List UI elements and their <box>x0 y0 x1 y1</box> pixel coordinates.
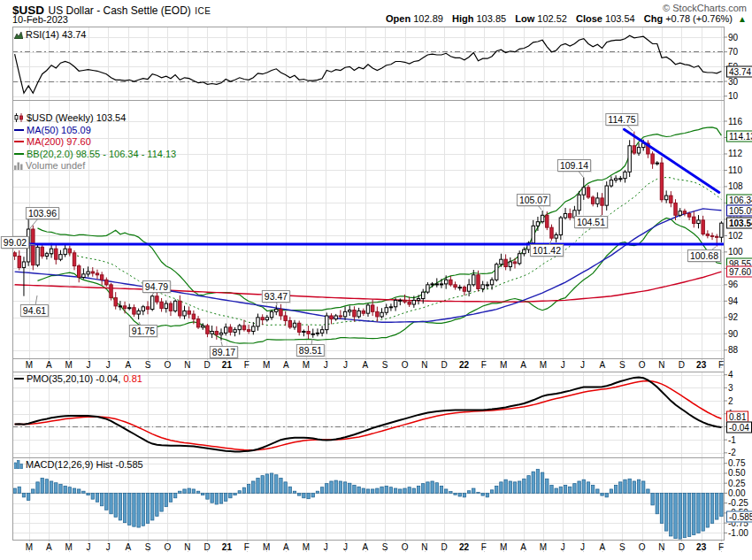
y-axis-tick-label: 0.75 <box>728 458 746 468</box>
x-axis-label: N <box>421 542 427 552</box>
x-axis-label: M <box>500 542 507 552</box>
x-axis-label: F <box>244 360 249 370</box>
x-axis-label: A <box>46 360 52 370</box>
axis-value-box: -0.04 <box>726 422 752 433</box>
x-axis-label: S <box>619 542 625 552</box>
pmo-line-icon <box>14 378 24 380</box>
y-axis-tick-label: 90 <box>728 329 739 339</box>
price-legend: $USD (Weekly) 103.54 MA(50) 105.09 MA(20… <box>14 112 176 173</box>
rsi-area-icon <box>14 30 23 42</box>
rsi-legend-label: RSI(14) 43.74 <box>26 29 86 40</box>
x-axis-label: J <box>580 542 585 552</box>
volume-bars-icon <box>14 161 23 173</box>
pmo-legend-label: PMO(35,20,10) -0.04, <box>27 373 120 384</box>
x-axis-label: D <box>203 542 210 552</box>
axis-value-box: -0.585 <box>726 510 752 522</box>
x-axis-label: J <box>343 542 348 552</box>
x-axis-label: A <box>125 542 131 552</box>
y-axis-tick-label: 2 <box>728 396 733 406</box>
y-axis-tick-label: 30 <box>728 77 739 87</box>
y-axis-tick-label: 96 <box>728 280 739 289</box>
x-axis-label: O <box>402 360 409 370</box>
x-axis-label: J <box>106 542 111 552</box>
price-annotation: 100.68 <box>687 249 721 262</box>
y-axis-tick-label: 0.25 <box>728 479 746 488</box>
x-axis-label: M <box>65 542 73 552</box>
price-annotation: 93.47 <box>262 290 290 303</box>
x-axis-label: O <box>639 542 646 552</box>
volume-legend-line: Volume undef <box>14 160 176 173</box>
x-axis-label: S <box>619 360 625 370</box>
x-axis-label: M <box>263 542 270 552</box>
x-axis-label: M <box>263 360 270 370</box>
price-annotation: 99.02 <box>1 236 29 249</box>
price-annotation: 89.51 <box>296 344 325 357</box>
x-axis-label: F <box>718 360 724 370</box>
x-axis-label: A <box>46 542 52 552</box>
x-axis-label: A <box>600 542 606 552</box>
y-axis-tick-label: 10 <box>728 91 739 101</box>
x-axis-label: J <box>580 360 585 370</box>
x-axis-label: 22 <box>459 360 470 370</box>
x-axis-label: A <box>362 542 368 552</box>
y-axis-tick-label: 92 <box>728 312 739 322</box>
x-axis-label: A <box>600 360 606 370</box>
x-axis-label: D <box>441 542 448 552</box>
x-axis-label: S <box>382 360 388 370</box>
x-axis-label: M <box>26 542 33 552</box>
y-axis-tick-label: 4 <box>728 370 733 380</box>
x-axis-label: M <box>303 542 310 552</box>
y-axis-tick-label: -2 <box>728 448 736 457</box>
rsi-line <box>15 35 722 93</box>
axis-value-box: 103.54 <box>726 218 752 229</box>
bb-middle-band <box>38 178 722 326</box>
x-axis-label: 23 <box>696 360 707 370</box>
price-annotation: 89.17 <box>210 346 238 358</box>
pmo-legend: PMO(35,20,10) -0.04, 0.81 <box>14 373 142 385</box>
x-axis-label: D <box>679 542 685 552</box>
y-axis-tick-label: 0.50 <box>728 468 746 478</box>
x-axis-label: A <box>520 360 526 370</box>
y-axis-tick-label: -0.25 <box>728 498 748 508</box>
pmo-signal-value: 0.81 <box>123 373 142 384</box>
x-axis-label: O <box>165 360 172 370</box>
macd-legend-label: MACD(12,26,9) Hist -0.585 <box>26 459 143 470</box>
gridlines <box>12 27 724 552</box>
x-axis-label: M <box>540 542 547 552</box>
x-axis-label: J <box>324 542 328 552</box>
x-axis-label: M <box>500 360 507 370</box>
chart-canvas: 9070503010116114112110108106104102100989… <box>0 0 752 560</box>
price-annotation: 101.42 <box>530 244 564 257</box>
x-axis-label: M <box>540 360 547 370</box>
x-axis-label: 23 <box>696 542 707 552</box>
y-axis-tick-label: -1.00 <box>728 528 748 538</box>
price-annotation: 94.61 <box>20 304 49 317</box>
x-axis-label: J <box>87 360 91 370</box>
y-axis-tick-label: 108 <box>728 181 743 191</box>
x-axis-label: F <box>481 542 487 552</box>
stockcharts-chart-page: $USD US Dollar - Cash Settle (EOD) ICE 1… <box>0 0 752 560</box>
y-axis-tick-label: 112 <box>728 149 742 158</box>
y-axis-tick-label: 0.00 <box>728 488 746 498</box>
axis-value-box: 114.13 <box>726 131 752 142</box>
y-axis-tick-label: 102 <box>728 231 743 241</box>
ma50-legend-line: MA(50) 105.09 <box>14 125 176 136</box>
x-axis-label: A <box>283 360 289 370</box>
ma200-legend-line: MA(200) 97.60 <box>14 136 176 148</box>
price-annotation: 114.75 <box>605 113 638 126</box>
x-axis-label: O <box>402 542 409 552</box>
x-axis-label: S <box>145 542 151 552</box>
x-axis-label: 21 <box>222 360 233 370</box>
x-axis-label: J <box>87 542 91 552</box>
x-axis-label: A <box>362 360 368 370</box>
candlestick-icon <box>14 113 24 125</box>
y-axis-tick-label: 116 <box>728 117 742 127</box>
bb-legend-line: BB(20,2.0) 98.55 - 106.34 - 114.13 <box>14 149 176 160</box>
x-axis-label: N <box>658 542 664 552</box>
x-axis-label: J <box>324 360 328 370</box>
price-annotation: 104.51 <box>574 216 608 228</box>
y-axis-tick-label: 3 <box>728 383 733 393</box>
x-axis-label: N <box>658 360 664 370</box>
price-annotation: 103.96 <box>26 207 59 219</box>
axis-value-box: 43.74 <box>726 65 752 77</box>
